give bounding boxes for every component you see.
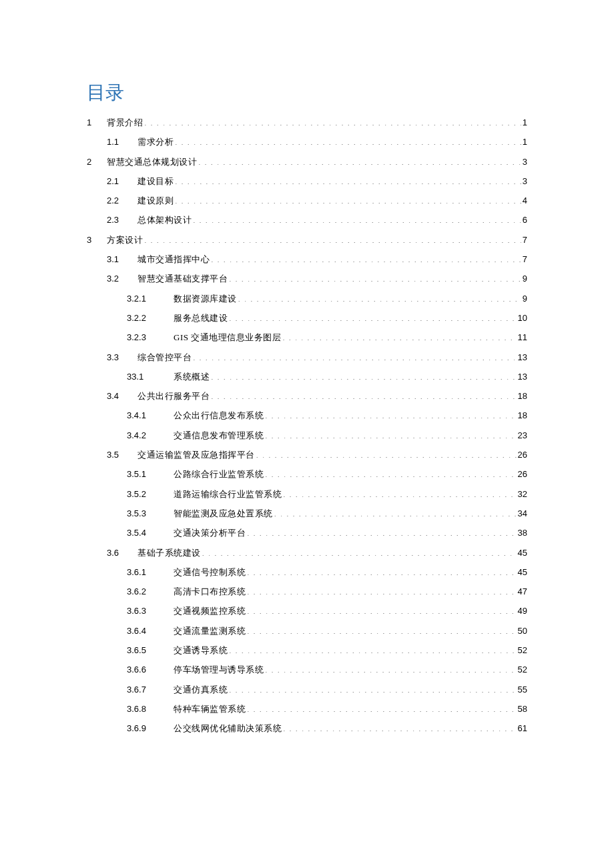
toc-entry[interactable]: 3.6.9公交线网优化辅助决策系统61: [87, 722, 527, 736]
toc-entry-label: 综合管控平台: [137, 351, 192, 365]
toc-entry-number: 3.5.4: [127, 526, 174, 540]
toc-entry-label: 交通信号控制系统: [174, 566, 246, 580]
toc-entry[interactable]: 3.2.1数据资源库建设9: [87, 292, 527, 306]
toc-entry-label: 高清卡口布控系统: [174, 585, 246, 599]
toc-entry[interactable]: 3.3综合管控平台13: [87, 351, 527, 365]
toc-entry[interactable]: 3.6.8特种车辆监管系统58: [87, 703, 527, 717]
toc-entry-label: 停车场管理与诱导系统: [174, 663, 264, 677]
toc-leader-dots: [247, 566, 517, 575]
toc-entry[interactable]: 3.6.7交通仿真系统55: [87, 683, 527, 697]
toc-leader-dots: [211, 390, 517, 399]
toc-entry-page: 10: [518, 312, 527, 326]
toc-entry-number: 3.4: [107, 390, 137, 404]
toc-entry[interactable]: 3.6.6停车场管理与诱导系统52: [87, 663, 527, 677]
toc-entry-number: 3.6.9: [127, 722, 174, 736]
toc-entry-label: 服务总线建设: [174, 312, 228, 326]
toc-leader-dots: [247, 605, 517, 614]
toc-leader-dots: [229, 273, 521, 282]
toc-entry-page: 3: [523, 155, 527, 169]
toc-entry[interactable]: 3.2.3GIS 交通地理信息业务图层11: [87, 331, 527, 345]
toc-entry[interactable]: 1.1需求分析1: [87, 135, 527, 149]
toc-entry[interactable]: 3.5.1公路综合行业监管系统26: [87, 468, 527, 482]
toc-entry-number: 3.6.1: [127, 566, 174, 580]
toc-leader-dots: [247, 586, 517, 594]
toc-entry-page: 9: [523, 272, 527, 286]
toc-entry-page: 4: [523, 194, 527, 208]
toc-leader-dots: [175, 195, 521, 203]
toc-leader-dots: [193, 352, 517, 360]
toc-entry-number: 3.4.2: [127, 429, 174, 443]
toc-entry-page: 13: [518, 351, 527, 365]
toc-leader-dots: [283, 723, 517, 731]
toc-entry-number: 3.6: [107, 546, 137, 560]
toc-entry-number: 3.6.3: [127, 604, 174, 618]
toc-entry-page: 23: [518, 429, 527, 443]
toc-entry[interactable]: 2.1建设目标3: [87, 175, 527, 189]
toc-entry[interactable]: 2智慧交通总体规划设计3: [87, 155, 527, 169]
toc-entry-label: 数据资源库建设: [174, 292, 237, 306]
toc-entry-number: 33.1: [127, 370, 174, 384]
toc-entry[interactable]: 3.6.2高清卡口布控系统47: [87, 585, 527, 599]
toc-entry-number: 3: [87, 234, 107, 248]
toc-entry-page: 45: [518, 546, 527, 560]
toc-entry-number: 3.1: [107, 253, 137, 267]
toc-entry-label: 智慧交通总体规划设计: [107, 155, 197, 169]
toc-entry-number: 1.1: [107, 135, 137, 149]
toc-entry-label: 公众出行信息发布系统: [174, 409, 264, 423]
toc-entry[interactable]: 2.2建设原则4: [87, 194, 527, 208]
toc-entry-label: 城市交通指挥中心: [137, 253, 210, 267]
toc-entry-label: 背景介绍: [107, 116, 143, 130]
toc-leader-dots: [283, 488, 517, 497]
toc-entry-number: 3.6.4: [127, 624, 174, 638]
toc-entry[interactable]: 33.1系统概述13: [87, 370, 527, 384]
toc-leader-dots: [247, 703, 517, 712]
toc-entry-number: 3.5.1: [127, 468, 174, 482]
toc-entry[interactable]: 3方案设计7: [87, 234, 527, 248]
toc-entry-page: 7: [523, 253, 527, 267]
toc-entry-number: 2.3: [107, 213, 137, 228]
toc-entry-number: 3.4.1: [127, 409, 174, 423]
toc-entry-label: 方案设计: [107, 234, 143, 248]
toc-leader-dots: [274, 508, 517, 516]
toc-entry[interactable]: 3.4公共出行服务平台18: [87, 390, 527, 404]
toc-entry[interactable]: 3.6基础子系统建设45: [87, 546, 527, 560]
toc-entry-label: 总体架构设计: [137, 213, 192, 228]
toc-entry[interactable]: 3.2智慧交通基础支撑平台9: [87, 272, 527, 286]
toc-entry-page: 18: [518, 390, 527, 404]
toc-entry-page: 58: [518, 703, 527, 717]
toc-entry-number: 1: [87, 116, 107, 130]
toc-entry[interactable]: 3.6.1交通信号控制系统45: [87, 566, 527, 580]
toc-leader-dots: [265, 664, 517, 673]
toc-leader-dots: [144, 234, 521, 243]
toc-entry-label: 公交线网优化辅助决策系统: [174, 722, 282, 736]
toc-leader-dots: [175, 136, 521, 145]
toc-entry[interactable]: 3.5.4交通决策分析平台38: [87, 526, 527, 540]
toc-entry[interactable]: 3.6.4交通流量监测系统50: [87, 624, 527, 638]
toc-entry-page: 55: [518, 683, 527, 697]
toc-entry-label: 交通流量监测系统: [174, 624, 246, 638]
toc-entry[interactable]: 3.4.1公众出行信息发布系统18: [87, 409, 527, 423]
toc-entry-number: 3.5: [107, 448, 137, 462]
toc-entry-page: 1: [523, 116, 527, 130]
toc-entry[interactable]: 2.3总体架构设计6: [87, 213, 527, 228]
toc-leader-dots: [229, 312, 517, 321]
toc-entry[interactable]: 1背景介绍1: [87, 116, 527, 130]
toc-entry[interactable]: 3.1城市交通指挥中心7: [87, 253, 527, 267]
toc-entry[interactable]: 3.4.2交通信息发布管理系统23: [87, 429, 527, 443]
toc-entry[interactable]: 3.5交通运输监管及应急指挥平台26: [87, 448, 527, 462]
toc-entry-label: 道路运输综合行业监管系统: [174, 488, 282, 502]
toc-entry-label: 智能监测及应急处置系统: [174, 507, 273, 521]
toc-leader-dots: [265, 468, 517, 477]
toc-entry-number: 3.2.1: [127, 292, 174, 306]
toc-entry[interactable]: 3.5.2道路运输综合行业监管系统32: [87, 488, 527, 502]
toc-entry[interactable]: 3.2.2服务总线建设10: [87, 312, 527, 326]
toc-entry-label: 公共出行服务平台: [137, 390, 210, 404]
toc-entry-number: 3.6.5: [127, 644, 174, 658]
toc-entry[interactable]: 3.6.5交通诱导系统52: [87, 644, 527, 658]
toc-entry[interactable]: 3.6.3交通视频监控系统49: [87, 604, 527, 618]
toc-entry[interactable]: 3.5.3智能监测及应急处置系统34: [87, 507, 527, 521]
toc-entry-label: 基础子系统建设: [137, 546, 201, 560]
toc-title: 目录: [87, 80, 527, 105]
toc-entry-page: 26: [518, 448, 527, 462]
toc-entry-number: 3.6.8: [127, 703, 174, 717]
